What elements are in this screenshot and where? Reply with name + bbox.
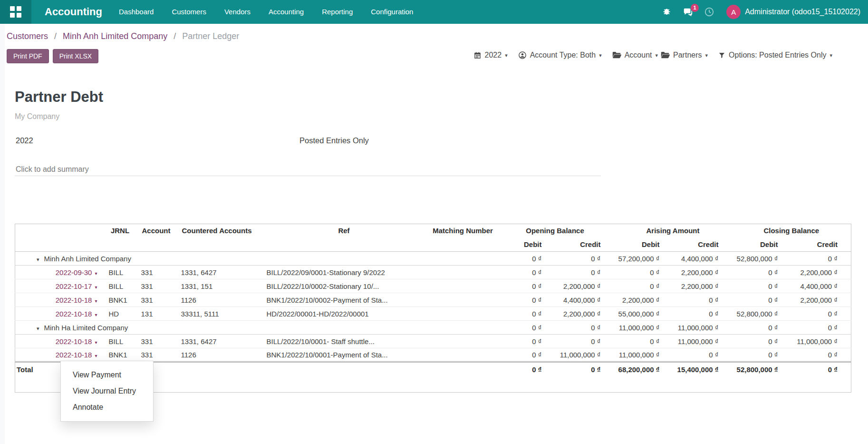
header-jrnl: JRNL xyxy=(103,224,137,237)
partner-group-row[interactable]: ▾Minh Anh Limited Company0 ₫0 ₫57,200,00… xyxy=(15,252,851,266)
line-amount-cell: 0 ₫ xyxy=(614,335,673,348)
header-empty xyxy=(175,237,259,252)
line-countered-accounts-cell: 1331, 151 xyxy=(175,279,259,293)
line-ref-cell: BILL/2022/10/0002-Stationary 10/... xyxy=(259,279,430,293)
journal-item-row: 2022-10-18▾BNK13311126BNK1/2022/10/0002-… xyxy=(15,293,851,307)
line-date-dropdown-icon[interactable]: ▾ xyxy=(95,271,97,276)
line-date-link[interactable]: 2022-10-17 xyxy=(56,282,92,290)
total-amount-cell: 0 ₫ xyxy=(496,362,555,393)
line-journal-cell: BILL xyxy=(103,335,137,348)
account-type-icon xyxy=(518,51,527,59)
apps-grid-icon xyxy=(10,6,21,18)
line-amount-cell: 0 ₫ xyxy=(673,307,732,321)
messages-count-badge: 1 xyxy=(691,4,699,12)
line-amount-cell: 0 ₫ xyxy=(555,335,614,348)
report-company: My Company xyxy=(15,112,59,121)
line-amount-cell: 2,200,000 ₫ xyxy=(555,307,614,321)
line-ref-cell: BILL/2022/10/0001- Staff shuttle... xyxy=(259,335,430,348)
line-amount-cell: 0 ₫ xyxy=(496,279,555,293)
report-filters: 2022▾Account Type: Both▾Account▾Partners… xyxy=(463,51,832,59)
debug-bug-button[interactable] xyxy=(656,0,677,24)
line-amount-cell: 0 ₫ xyxy=(496,348,555,362)
line-amount-cell: 0 ₫ xyxy=(496,307,555,321)
filter-partners[interactable]: Partners▾ xyxy=(661,51,708,59)
context-menu-item-annotate[interactable]: Annotate xyxy=(61,399,153,415)
line-amount-cell: 0 ₫ xyxy=(732,293,791,307)
line-matching-number-cell xyxy=(430,348,496,362)
calendar-icon xyxy=(473,51,482,59)
group-amount-cell: 0 ₫ xyxy=(791,252,851,266)
activities-button[interactable] xyxy=(699,0,720,24)
line-date-dropdown-icon[interactable]: ▾ xyxy=(95,312,97,317)
app-name[interactable]: Accounting xyxy=(45,6,102,18)
header-tree-column xyxy=(15,224,103,237)
filter-options-posted-entries-only[interactable]: Options: Posted Entries Only▾ xyxy=(718,51,832,59)
line-amount-cell: 4,400,000 ₫ xyxy=(791,279,851,293)
line-date-link[interactable]: 2022-09-30 xyxy=(56,268,92,276)
group-amount-cell: 11,000,000 ₫ xyxy=(614,321,673,335)
ledger-header-row-1: JRNLAccountCountered AccountsRefMatching… xyxy=(15,224,851,237)
line-date-link[interactable]: 2022-10-18 xyxy=(56,351,92,359)
menu-item-dashboard[interactable]: Dashboard xyxy=(110,0,163,24)
context-menu-item-view-payment[interactable]: View Payment xyxy=(61,367,153,383)
group-amount-cell: 0 ₫ xyxy=(791,321,851,335)
header-empty xyxy=(103,237,137,252)
action-buttons: Print PDF Print XLSX xyxy=(7,49,102,63)
print-pdf-button[interactable]: Print PDF xyxy=(7,49,49,63)
line-journal-cell: HD xyxy=(103,307,137,321)
apps-menu-button[interactable] xyxy=(0,0,31,24)
line-date-cell: 2022-10-17▾ xyxy=(15,279,103,293)
menu-item-reporting[interactable]: Reporting xyxy=(313,0,362,24)
filter-2022[interactable]: 2022▾ xyxy=(473,51,508,59)
breadcrumb-link-customers[interactable]: Customers xyxy=(7,31,48,41)
partner-name: Minh Anh Limited Company xyxy=(44,255,131,263)
menu-item-configuration[interactable]: Configuration xyxy=(362,0,422,24)
partner-group-row[interactable]: ▾Minh Ha Limited Company0 ₫0 ₫11,000,000… xyxy=(15,321,851,335)
filter-account[interactable]: Account▾ xyxy=(612,51,658,59)
line-amount-cell: 4,400,000 ₫ xyxy=(555,293,614,307)
main-menu: DashboardCustomersVendorsAccountingRepor… xyxy=(110,0,422,24)
line-date-cell: 2022-09-30▾ xyxy=(15,266,103,279)
line-amount-cell: 2,200,000 ₫ xyxy=(673,279,732,293)
line-date-link[interactable]: 2022-10-18 xyxy=(56,310,92,318)
summary-input[interactable] xyxy=(15,163,601,176)
menu-item-accounting[interactable]: Accounting xyxy=(260,0,313,24)
print-xlsx-button[interactable]: Print XLSX xyxy=(53,49,98,63)
line-date-dropdown-icon[interactable]: ▾ xyxy=(95,285,97,290)
line-ref-cell: BILL/2022/09/0001-Stationary 9/2022 xyxy=(259,266,430,279)
line-date-dropdown-icon[interactable]: ▾ xyxy=(95,353,97,358)
line-journal-cell: BNK1 xyxy=(103,293,137,307)
user-menu-button[interactable]: A Administrator (odoo15_15102022) xyxy=(726,5,860,19)
line-date-link[interactable]: 2022-10-18 xyxy=(56,337,92,345)
group-amount-cell: 11,000,000 ₫ xyxy=(673,321,732,335)
line-amount-cell: 0 ₫ xyxy=(614,279,673,293)
line-amount-cell: 0 ₫ xyxy=(673,293,732,307)
line-date-dropdown-icon[interactable]: ▾ xyxy=(95,298,97,304)
breadcrumb-link-partner[interactable]: Minh Anh Limited Company xyxy=(63,31,167,41)
line-amount-cell: 0 ₫ xyxy=(791,307,851,321)
collapse-caret-icon[interactable]: ▾ xyxy=(37,257,39,262)
line-amount-cell: 0 ₫ xyxy=(791,348,851,362)
header-credit-0: Credit xyxy=(555,237,614,252)
breadcrumb-current: Partner Ledger xyxy=(182,31,239,41)
context-menu-item-view-journal-entry[interactable]: View Journal Entry xyxy=(61,383,153,399)
filter-account-type-both[interactable]: Account Type: Both▾ xyxy=(518,51,602,59)
collapse-caret-icon[interactable]: ▾ xyxy=(37,326,39,331)
line-date-link[interactable]: 2022-10-18 xyxy=(56,296,92,304)
group-amount-cell: 57,200,000 ₫ xyxy=(614,252,673,266)
header-countered-accounts: Countered Accounts xyxy=(175,224,259,237)
line-account-cell: 331 xyxy=(137,293,175,307)
filter-label: 2022 xyxy=(485,51,502,59)
menu-item-customers[interactable]: Customers xyxy=(163,0,215,24)
header-empty xyxy=(137,237,175,252)
menu-item-vendors[interactable]: Vendors xyxy=(215,0,260,24)
line-account-cell: 331 xyxy=(137,266,175,279)
line-amount-cell: 0 ₫ xyxy=(614,266,673,279)
line-date-dropdown-icon[interactable]: ▾ xyxy=(95,340,97,345)
messages-button[interactable]: 1 xyxy=(677,0,699,24)
breadcrumb-separator: / xyxy=(174,31,176,41)
line-amount-cell: 2,200,000 ₫ xyxy=(673,266,732,279)
chevron-down-icon: ▾ xyxy=(705,52,708,59)
header-debit-1: Debit xyxy=(614,237,673,252)
filter-label: Partners xyxy=(673,51,702,59)
